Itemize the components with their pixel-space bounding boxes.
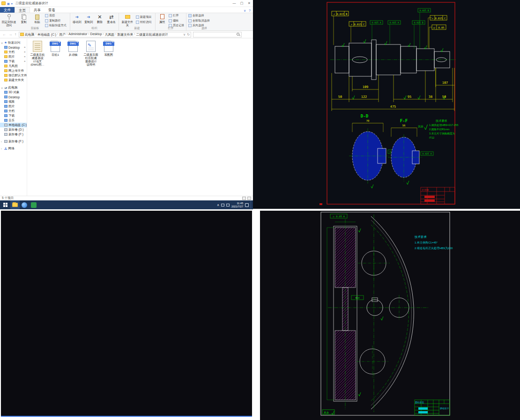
sidebar-item-documents[interactable]: 文档: [0, 109, 27, 113]
sidebar-item-desktop[interactable]: Desktop: [0, 95, 27, 99]
svg-text:1.未注倒角C1×45°: 1.未注倒角C1×45°: [415, 241, 438, 244]
sidebar-item-videos[interactable]: 视频: [0, 99, 27, 104]
breadcrumb-folder2[interactable]: 新建文件夹: [117, 32, 133, 37]
network-icon[interactable]: [221, 204, 224, 206]
select-none-icon: [188, 19, 192, 22]
forward-button[interactable]: →: [8, 32, 12, 37]
breadcrumb-desktop[interactable]: Desktop: [90, 32, 102, 37]
desktop-screenshot: ▦▾ 二级直齿轮减速器设计 — ▢ ✕ 文件 主页 共享 查看 ∨ ? 固定到快…: [0, 0, 253, 209]
easy-access-button[interactable]: 轻松访问: [136, 20, 151, 24]
maximize-button[interactable]: ▢: [238, 0, 245, 7]
breadcrumb-administrator[interactable]: Administrator: [68, 32, 87, 37]
breadcrumb-current[interactable]: 二级直齿轮减速器设计: [136, 32, 168, 37]
properties-button[interactable]: 属性: [157, 14, 167, 23]
tab-home[interactable]: 主页: [15, 7, 30, 13]
start-button[interactable]: [0, 200, 10, 209]
this-pc-header[interactable]: ∨🖳此电脑: [0, 85, 27, 90]
close-button[interactable]: ✕: [245, 0, 253, 7]
select-none-button[interactable]: 全部取消选择: [188, 19, 210, 23]
taskbar: ∧ 11:45 2021/7/27: [0, 200, 253, 209]
copy-path-button[interactable]: 复制路径: [45, 19, 67, 23]
taskbar-file-explorer[interactable]: [10, 200, 20, 209]
svg-text:56: 56: [402, 124, 406, 127]
breadcrumb-c-drive[interactable]: 本地磁盘 (C:): [37, 32, 56, 37]
file-item-assembly-dwg[interactable]: DWG 装配图: [100, 41, 117, 56]
svg-text:0.05: 0.05: [438, 26, 445, 29]
delete-button[interactable]: ✕ 删除: [95, 14, 105, 23]
sidebar-item-volume-f[interactable]: 新加卷 (F:): [0, 132, 27, 137]
new-folder-button[interactable]: 新建文件夹: [120, 14, 134, 27]
back-button[interactable]: ←: [2, 32, 6, 37]
sidebar-item-pictures[interactable]: 图片: [0, 104, 27, 109]
sidebar-item-desktop-pin[interactable]: Desktop✦: [0, 45, 27, 50]
pin-to-quick-access-button[interactable]: 固定到快速访问: [1, 14, 16, 27]
sidebar-item-downloads-pin[interactable]: 下载✦: [0, 59, 27, 64]
address-bar[interactable]: 此电脑› 本地磁盘 (C:)› 用户› Administrator› Deskt…: [19, 32, 191, 37]
qat-computer-icon[interactable]: ▦: [7, 2, 10, 5]
address-dropdown-icon[interactable]: ∨: [183, 33, 186, 37]
sidebar-item-folder-b[interactable]: 网上传文件: [0, 68, 27, 73]
cut-button[interactable]: 剪切: [45, 14, 67, 18]
search-box[interactable]: [193, 32, 242, 37]
dim-50a: 50: [338, 95, 342, 99]
paste-button[interactable]: 粘贴: [31, 14, 44, 23]
move-to-button[interactable]: ➜ 移动到: [72, 14, 82, 23]
copy-to-button[interactable]: ➜ 复制到: [83, 14, 94, 23]
quick-access-header[interactable]: ∨★快速访问: [0, 40, 27, 45]
help-icon[interactable]: ?: [249, 9, 251, 13]
file-item-manual-doc[interactable]: ✎ 二级直齿圆柱齿轮减速器设计说明书: [82, 41, 99, 66]
sidebar-item-folder-c[interactable]: 微信默认文件保存位置: [0, 73, 27, 78]
taskbar-green-app[interactable]: [29, 200, 38, 209]
tab-file[interactable]: 文件: [0, 7, 15, 13]
sidebar-item-music[interactable]: 音乐: [0, 118, 27, 123]
edit-button[interactable]: 编辑: [169, 19, 184, 23]
sidebar-item-documents-pin[interactable]: 文档✦: [0, 50, 27, 54]
sidebar-item-pictures-pin[interactable]: 图片✦: [0, 54, 27, 59]
svg-text:0.015: 0.015: [354, 23, 361, 26]
svg-text:0.025 B: 0.025 B: [419, 9, 429, 12]
show-desktop-button[interactable]: [251, 200, 252, 209]
edit-icon: [169, 19, 172, 22]
taskbar-clock[interactable]: 11:45 2021/7/27: [231, 202, 243, 208]
dim-122: 122: [361, 95, 367, 99]
sidebar-item-volume-d[interactable]: 新加卷 (D:): [0, 127, 27, 132]
search-input[interactable]: [193, 33, 237, 36]
sidebar-item-downloads[interactable]: 下载: [0, 113, 27, 118]
quick-access-toolbar[interactable]: ▦▾: [7, 2, 13, 5]
action-center-icon[interactable]: [245, 203, 249, 207]
new-item-button[interactable]: 新建项目: [136, 15, 151, 19]
gear-cad-view: ⌯ 0.05 A: [260, 211, 520, 420]
qat-dropdown-icon[interactable]: ▾: [11, 2, 13, 5]
volume-icon[interactable]: [226, 204, 230, 206]
sidebar-item-folder-d[interactable]: 新建文件夹: [0, 78, 27, 82]
tab-view[interactable]: 查看: [45, 7, 59, 13]
tab-share[interactable]: 共享: [30, 7, 45, 13]
svg-text:0.015: 0.015: [336, 13, 344, 15]
sidebar-item-local-disk-c[interactable]: 本地磁盘 (C:): [0, 123, 27, 127]
details-view-icon[interactable]: [242, 197, 246, 200]
file-item-thesis-doc[interactable]: 二级直齿轮减速器设计论文(DWG图…: [29, 41, 46, 66]
copy-button[interactable]: 复制: [17, 14, 30, 23]
sidebar-item-3d-objects[interactable]: 3D 对象: [0, 90, 27, 95]
minimize-button[interactable]: —: [230, 0, 238, 7]
breadcrumb-users[interactable]: 用户: [59, 32, 66, 37]
sidebar-item-volume-f-root[interactable]: ›新加卷 (F:): [0, 139, 27, 144]
rename-button[interactable]: ⇄ 重命名: [105, 14, 117, 23]
open-button[interactable]: 打开: [169, 14, 184, 18]
breadcrumb-folder1[interactable]: 凡凤图: [105, 32, 114, 37]
file-item-driven-shaft-dwg[interactable]: DWG 从动轴: [65, 41, 82, 56]
doc-edit-icon: ✎: [86, 41, 96, 52]
breadcrumb-this-pc[interactable]: 此电脑: [25, 32, 34, 37]
file-item-gear1-dwg[interactable]: DWG 齿轮1: [47, 41, 64, 56]
sidebar-item-folder-a[interactable]: 凡凤图: [0, 64, 27, 68]
sidebar-item-network[interactable]: ›🖧网络: [0, 146, 27, 151]
refresh-icon[interactable]: ↻: [187, 33, 190, 37]
ribbon-collapse-icon[interactable]: ∨: [244, 9, 246, 13]
svg-text:D-D: D-D: [361, 114, 369, 118]
select-all-button[interactable]: 全部选择: [188, 14, 210, 18]
taskbar-browser[interactable]: [20, 200, 29, 209]
up-button[interactable]: ↑: [15, 32, 16, 37]
breadcrumb[interactable]: 此电脑› 本地磁盘 (C:)› 用户› Administrator› Deskt…: [25, 32, 168, 37]
thumbnail-view-icon[interactable]: [247, 197, 251, 200]
tray-expand-icon[interactable]: ∧: [217, 203, 219, 207]
